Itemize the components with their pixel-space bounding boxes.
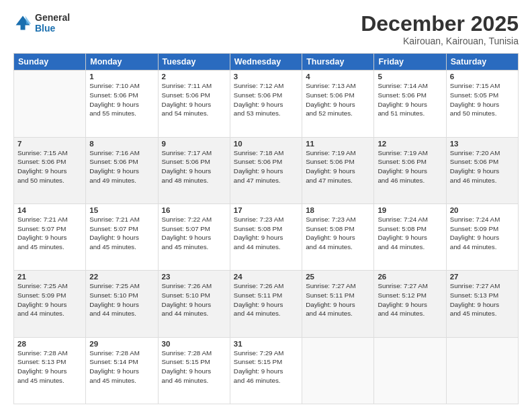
day-info: Sunrise: 7:27 AM Sunset: 5:12 PM Dayligh… xyxy=(378,281,442,318)
day-info: Sunrise: 7:20 AM Sunset: 5:06 PM Dayligh… xyxy=(450,148,515,185)
calendar-day-cell: 28Sunrise: 7:28 AM Sunset: 5:13 PM Dayli… xyxy=(14,337,86,404)
calendar-week-row: 14Sunrise: 7:21 AM Sunset: 5:07 PM Dayli… xyxy=(14,203,519,270)
calendar-day-cell: 30Sunrise: 7:28 AM Sunset: 5:15 PM Dayli… xyxy=(158,337,230,404)
day-number: 23 xyxy=(162,273,226,281)
day-info: Sunrise: 7:15 AM Sunset: 5:05 PM Dayligh… xyxy=(450,81,515,118)
day-info: Sunrise: 7:25 AM Sunset: 5:10 PM Dayligh… xyxy=(89,281,154,318)
day-info: Sunrise: 7:28 AM Sunset: 5:15 PM Dayligh… xyxy=(162,349,226,385)
day-number: 19 xyxy=(378,206,442,214)
day-number: 27 xyxy=(450,273,515,281)
day-info: Sunrise: 7:25 AM Sunset: 5:09 PM Dayligh… xyxy=(17,281,82,318)
day-info: Sunrise: 7:15 AM Sunset: 5:06 PM Dayligh… xyxy=(17,148,82,185)
calendar-day-cell: 4Sunrise: 7:13 AM Sunset: 5:06 PM Daylig… xyxy=(302,71,374,137)
day-info: Sunrise: 7:28 AM Sunset: 5:14 PM Dayligh… xyxy=(89,349,154,385)
day-info: Sunrise: 7:13 AM Sunset: 5:06 PM Dayligh… xyxy=(306,81,370,118)
calendar-day-cell: 22Sunrise: 7:25 AM Sunset: 5:10 PM Dayli… xyxy=(86,271,158,337)
day-info: Sunrise: 7:24 AM Sunset: 5:08 PM Dayligh… xyxy=(378,215,442,252)
calendar-header-row: SundayMondayTuesdayWednesdayThursdayFrid… xyxy=(14,54,519,71)
day-number: 4 xyxy=(306,73,370,81)
calendar-day-cell: 14Sunrise: 7:21 AM Sunset: 5:07 PM Dayli… xyxy=(14,203,86,270)
calendar-week-row: 1Sunrise: 7:10 AM Sunset: 5:06 PM Daylig… xyxy=(14,71,519,137)
day-number: 30 xyxy=(162,340,226,348)
calendar-day-cell: 6Sunrise: 7:15 AM Sunset: 5:05 PM Daylig… xyxy=(446,71,518,137)
calendar-header-friday: Friday xyxy=(374,54,446,71)
calendar-day-cell: 18Sunrise: 7:23 AM Sunset: 5:08 PM Dayli… xyxy=(302,203,374,270)
day-info: Sunrise: 7:27 AM Sunset: 5:13 PM Dayligh… xyxy=(450,281,515,318)
day-number: 3 xyxy=(234,73,298,81)
day-number: 24 xyxy=(234,273,298,281)
day-number: 6 xyxy=(450,73,515,81)
day-number: 25 xyxy=(306,273,370,281)
calendar-day-cell: 23Sunrise: 7:26 AM Sunset: 5:10 PM Dayli… xyxy=(158,271,230,337)
calendar-day-cell: 26Sunrise: 7:27 AM Sunset: 5:12 PM Dayli… xyxy=(374,271,446,337)
calendar-day-cell: 10Sunrise: 7:18 AM Sunset: 5:06 PM Dayli… xyxy=(230,137,302,203)
calendar-header-sunday: Sunday xyxy=(14,54,86,71)
calendar-day-cell: 21Sunrise: 7:25 AM Sunset: 5:09 PM Dayli… xyxy=(14,271,86,337)
day-number: 16 xyxy=(162,206,226,214)
calendar-day-cell: 3Sunrise: 7:12 AM Sunset: 5:06 PM Daylig… xyxy=(230,71,302,137)
calendar-day-cell: 29Sunrise: 7:28 AM Sunset: 5:14 PM Dayli… xyxy=(86,337,158,404)
calendar-header-thursday: Thursday xyxy=(302,54,374,71)
calendar-week-row: 21Sunrise: 7:25 AM Sunset: 5:09 PM Dayli… xyxy=(14,271,519,337)
logo: General Blue xyxy=(13,12,70,34)
calendar-day-cell: 20Sunrise: 7:24 AM Sunset: 5:09 PM Dayli… xyxy=(446,203,518,270)
day-info: Sunrise: 7:22 AM Sunset: 5:07 PM Dayligh… xyxy=(162,215,226,252)
day-info: Sunrise: 7:26 AM Sunset: 5:11 PM Dayligh… xyxy=(234,281,298,318)
calendar-day-cell xyxy=(446,337,518,404)
day-number: 20 xyxy=(450,206,515,214)
calendar-header-tuesday: Tuesday xyxy=(158,54,230,71)
day-info: Sunrise: 7:23 AM Sunset: 5:08 PM Dayligh… xyxy=(234,215,298,252)
calendar-day-cell: 24Sunrise: 7:26 AM Sunset: 5:11 PM Dayli… xyxy=(230,271,302,337)
calendar-day-cell xyxy=(302,337,374,404)
calendar-day-cell: 8Sunrise: 7:16 AM Sunset: 5:06 PM Daylig… xyxy=(86,137,158,203)
day-number: 11 xyxy=(306,140,370,148)
calendar-day-cell: 9Sunrise: 7:17 AM Sunset: 5:06 PM Daylig… xyxy=(158,137,230,203)
calendar-day-cell: 27Sunrise: 7:27 AM Sunset: 5:13 PM Dayli… xyxy=(446,271,518,337)
day-number: 29 xyxy=(89,340,154,348)
calendar-day-cell: 1Sunrise: 7:10 AM Sunset: 5:06 PM Daylig… xyxy=(86,71,158,137)
day-info: Sunrise: 7:18 AM Sunset: 5:06 PM Dayligh… xyxy=(234,148,298,185)
day-number: 28 xyxy=(17,340,82,348)
day-info: Sunrise: 7:17 AM Sunset: 5:06 PM Dayligh… xyxy=(162,148,226,185)
calendar-day-cell: 19Sunrise: 7:24 AM Sunset: 5:08 PM Dayli… xyxy=(374,203,446,270)
day-number: 17 xyxy=(234,206,298,214)
page: General Blue December 2025 Kairouan, Kai… xyxy=(0,0,532,411)
calendar-day-cell xyxy=(14,71,86,137)
day-number: 22 xyxy=(89,273,154,281)
day-number: 7 xyxy=(17,140,82,148)
day-info: Sunrise: 7:26 AM Sunset: 5:10 PM Dayligh… xyxy=(162,281,226,318)
day-info: Sunrise: 7:19 AM Sunset: 5:06 PM Dayligh… xyxy=(306,148,370,185)
day-info: Sunrise: 7:27 AM Sunset: 5:11 PM Dayligh… xyxy=(306,281,370,318)
day-number: 21 xyxy=(17,273,82,281)
title-block: December 2025 Kairouan, Kairouan, Tunisi… xyxy=(361,12,519,46)
location: Kairouan, Kairouan, Tunisia xyxy=(361,36,519,46)
day-info: Sunrise: 7:29 AM Sunset: 5:15 PM Dayligh… xyxy=(234,349,298,385)
calendar-day-cell: 7Sunrise: 7:15 AM Sunset: 5:06 PM Daylig… xyxy=(14,137,86,203)
calendar-day-cell: 17Sunrise: 7:23 AM Sunset: 5:08 PM Dayli… xyxy=(230,203,302,270)
day-number: 9 xyxy=(162,140,226,148)
calendar-day-cell xyxy=(374,337,446,404)
calendar-week-row: 7Sunrise: 7:15 AM Sunset: 5:06 PM Daylig… xyxy=(14,137,519,203)
day-info: Sunrise: 7:21 AM Sunset: 5:07 PM Dayligh… xyxy=(89,215,154,252)
calendar-header-wednesday: Wednesday xyxy=(230,54,302,71)
day-number: 26 xyxy=(378,273,442,281)
day-info: Sunrise: 7:11 AM Sunset: 5:06 PM Dayligh… xyxy=(162,81,226,118)
day-info: Sunrise: 7:10 AM Sunset: 5:06 PM Dayligh… xyxy=(89,81,154,118)
day-number: 18 xyxy=(306,206,370,214)
day-number: 14 xyxy=(17,206,82,214)
day-info: Sunrise: 7:12 AM Sunset: 5:06 PM Dayligh… xyxy=(234,81,298,118)
day-info: Sunrise: 7:24 AM Sunset: 5:09 PM Dayligh… xyxy=(450,215,515,252)
calendar-day-cell: 5Sunrise: 7:14 AM Sunset: 5:06 PM Daylig… xyxy=(374,71,446,137)
day-info: Sunrise: 7:19 AM Sunset: 5:06 PM Dayligh… xyxy=(378,148,442,185)
day-number: 12 xyxy=(378,140,442,148)
calendar-day-cell: 2Sunrise: 7:11 AM Sunset: 5:06 PM Daylig… xyxy=(158,71,230,137)
day-number: 5 xyxy=(378,73,442,81)
day-number: 13 xyxy=(450,140,515,148)
calendar-day-cell: 15Sunrise: 7:21 AM Sunset: 5:07 PM Dayli… xyxy=(86,203,158,270)
calendar-day-cell: 12Sunrise: 7:19 AM Sunset: 5:06 PM Dayli… xyxy=(374,137,446,203)
day-info: Sunrise: 7:16 AM Sunset: 5:06 PM Dayligh… xyxy=(89,148,154,185)
logo-text: General Blue xyxy=(35,12,70,34)
day-number: 8 xyxy=(89,140,154,148)
header: General Blue December 2025 Kairouan, Kai… xyxy=(13,12,519,46)
day-info: Sunrise: 7:21 AM Sunset: 5:07 PM Dayligh… xyxy=(17,215,82,252)
